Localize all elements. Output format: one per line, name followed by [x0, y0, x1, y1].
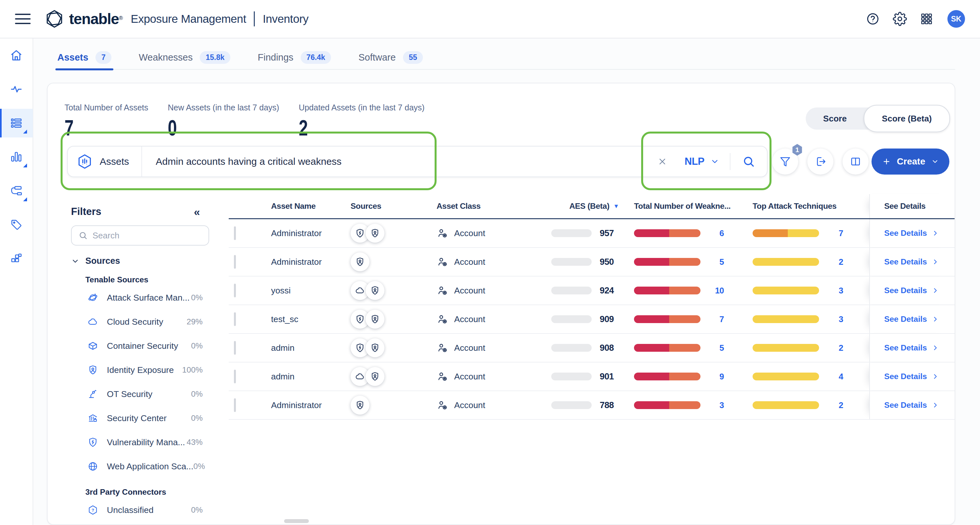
tab-assets[interactable]: Assets7: [57, 47, 111, 69]
attack-techniques-count[interactable]: 2: [819, 401, 869, 410]
filter-item-container[interactable]: Container Security0%: [71, 334, 209, 358]
see-details-link[interactable]: See Details: [884, 343, 927, 352]
filter-item-security-center[interactable]: Security Center0%: [71, 406, 209, 430]
page-title: Inventory: [262, 13, 308, 25]
see-details-link[interactable]: See Details: [884, 372, 927, 381]
asset-name[interactable]: Administrator: [261, 228, 343, 239]
asset-name[interactable]: test_sc: [261, 314, 343, 325]
search-mode-dropdown[interactable]: NLP: [674, 156, 730, 167]
see-details-link[interactable]: See Details: [884, 315, 927, 324]
asset-name[interactable]: Administrator: [261, 400, 343, 410]
column-header-attack-techniques[interactable]: Top Attack Techniques: [750, 202, 869, 211]
see-details-link[interactable]: See Details: [884, 286, 927, 295]
column-header-asset-name[interactable]: Asset Name: [261, 202, 343, 211]
source-identity-badge[interactable]: [366, 367, 385, 386]
segment-crimson: [634, 315, 669, 323]
tab-findings[interactable]: Findings76.4k: [258, 47, 331, 69]
attack-techniques-count[interactable]: 7: [819, 229, 869, 238]
search-input[interactable]: [142, 156, 651, 167]
horizontal-scrollbar-thumb[interactable]: [284, 519, 309, 523]
weaknesses-count[interactable]: 5: [700, 343, 750, 353]
column-header-sources[interactable]: Sources: [343, 202, 428, 211]
sort-desc-icon: ▼: [614, 203, 619, 210]
weaknesses-count[interactable]: 10: [700, 286, 750, 295]
sources-cell: [343, 252, 428, 271]
asset-name[interactable]: Administrator: [261, 257, 343, 267]
asset-name[interactable]: yossi: [261, 286, 343, 296]
attack-techniques-count[interactable]: 2: [819, 343, 869, 353]
see-details-link[interactable]: See Details: [884, 257, 927, 266]
see-details-link[interactable]: See Details: [884, 229, 927, 238]
attack-techniques-count[interactable]: 3: [819, 286, 869, 295]
weaknesses-bar-cell: 5: [630, 343, 750, 353]
stat-value: 7: [65, 112, 148, 140]
assets-card: Total Number of Assets7New Assets (in th…: [47, 83, 955, 525]
filters-search-input[interactable]: [72, 226, 208, 245]
search-scope-selector[interactable]: Assets: [68, 146, 142, 177]
nav-activity[interactable]: [0, 75, 33, 103]
nav-home[interactable]: [0, 41, 33, 70]
source-identity-badge[interactable]: [350, 252, 369, 271]
menu-icon[interactable]: [15, 14, 30, 24]
attack-techniques-bar-cell: 3: [750, 315, 869, 324]
filter-item-shield[interactable]: Vulnerability Mana...43%: [71, 430, 209, 454]
weaknesses-bar: [634, 344, 700, 352]
row-checkbox[interactable]: [234, 341, 236, 355]
row-checkbox[interactable]: [234, 226, 236, 240]
filter-item-web[interactable]: Web Application Sca...0%: [71, 454, 209, 479]
attack-techniques-count[interactable]: 4: [819, 372, 869, 381]
weaknesses-count[interactable]: 5: [700, 257, 750, 267]
apps-grid-icon[interactable]: [920, 13, 933, 25]
row-checkbox[interactable]: [234, 312, 236, 326]
row-checkbox[interactable]: [234, 255, 236, 269]
nav-attack-path[interactable]: [0, 177, 33, 205]
nav-analytics[interactable]: [0, 143, 33, 171]
nav-dashboards[interactable]: [0, 244, 33, 273]
column-header-weaknesses[interactable]: Total Number of Weakne...: [630, 202, 750, 211]
source-identity-badge[interactable]: [366, 281, 385, 300]
segment-crimson: [634, 401, 669, 409]
source-identity-badge[interactable]: [366, 224, 385, 243]
attack-techniques-count[interactable]: 3: [819, 315, 869, 324]
column-header-asset-class[interactable]: Asset Class: [428, 202, 541, 211]
see-details-cell: See Details: [869, 248, 955, 276]
tab-label: Software: [358, 52, 396, 63]
collapse-panel-icon[interactable]: «: [194, 206, 200, 217]
help-icon[interactable]: [866, 12, 880, 26]
score-toggle-option[interactable]: Score: [806, 108, 864, 130]
nav-inventory[interactable]: [0, 109, 33, 137]
create-button[interactable]: Create: [872, 148, 950, 175]
filter-item-unclassified[interactable]: ?Unclassified0%: [71, 498, 209, 522]
tab-weaknesses[interactable]: Weaknesses15.8k: [139, 47, 230, 69]
asset-name[interactable]: admin: [261, 372, 343, 382]
weaknesses-count[interactable]: 6: [700, 229, 750, 238]
weaknesses-count[interactable]: 9: [700, 372, 750, 381]
row-checkbox[interactable]: [234, 370, 236, 383]
source-identity-badge[interactable]: [366, 338, 385, 357]
asset-name[interactable]: admin: [261, 343, 343, 353]
filter-item-attack-surface[interactable]: Attack Surface Man...0%: [71, 286, 209, 310]
weaknesses-count[interactable]: 3: [700, 401, 750, 410]
filter-item-identity[interactable]: Identity Exposure100%: [71, 358, 209, 382]
row-checkbox[interactable]: [234, 398, 236, 412]
settings-gear-icon[interactable]: [892, 12, 907, 26]
filter-item-ot[interactable]: OT Security0%: [71, 382, 209, 406]
columns-button[interactable]: [843, 148, 869, 175]
avatar[interactable]: SK: [947, 10, 965, 28]
tab-software[interactable]: Software55: [358, 47, 423, 69]
search-submit-button[interactable]: [730, 155, 767, 169]
score-toggle-option-selected[interactable]: Score (Beta): [864, 105, 950, 132]
column-header-aes[interactable]: AES (Beta) ▼: [541, 194, 630, 218]
attack-techniques-count[interactable]: 2: [819, 257, 869, 267]
filter-item-cloud[interactable]: Cloud Security29%: [71, 310, 209, 334]
clear-search-button[interactable]: [651, 157, 674, 166]
source-identity-badge[interactable]: [350, 396, 369, 415]
see-details-link[interactable]: See Details: [884, 401, 927, 410]
row-checkbox[interactable]: [234, 284, 236, 298]
export-button[interactable]: [807, 148, 834, 175]
weaknesses-count[interactable]: 7: [700, 315, 750, 324]
filter-button[interactable]: 1: [772, 148, 798, 175]
filters-group-sources[interactable]: Sources: [71, 256, 209, 266]
nav-tags[interactable]: [0, 210, 33, 239]
source-identity-badge[interactable]: [366, 310, 385, 329]
